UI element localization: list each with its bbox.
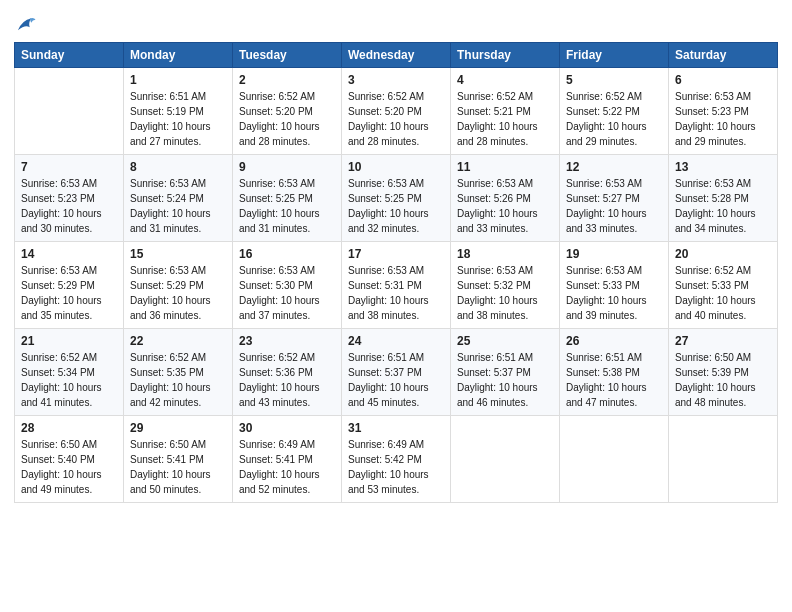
day-detail: Sunrise: 6:52 AM Sunset: 5:34 PM Dayligh…: [21, 350, 117, 410]
day-detail: Sunrise: 6:52 AM Sunset: 5:21 PM Dayligh…: [457, 89, 553, 149]
day-number: 13: [675, 160, 771, 174]
day-number: 31: [348, 421, 444, 435]
day-detail: Sunrise: 6:52 AM Sunset: 5:36 PM Dayligh…: [239, 350, 335, 410]
day-detail: Sunrise: 6:53 AM Sunset: 5:27 PM Dayligh…: [566, 176, 662, 236]
day-number: 30: [239, 421, 335, 435]
day-number: 18: [457, 247, 553, 261]
page-container: SundayMondayTuesdayWednesdayThursdayFrid…: [0, 0, 792, 513]
day-detail: Sunrise: 6:52 AM Sunset: 5:20 PM Dayligh…: [348, 89, 444, 149]
calendar-table: SundayMondayTuesdayWednesdayThursdayFrid…: [14, 42, 778, 503]
logo-bird-icon: [15, 14, 37, 36]
calendar-cell: 12Sunrise: 6:53 AM Sunset: 5:27 PM Dayli…: [560, 155, 669, 242]
day-number: 8: [130, 160, 226, 174]
day-detail: Sunrise: 6:53 AM Sunset: 5:26 PM Dayligh…: [457, 176, 553, 236]
day-number: 22: [130, 334, 226, 348]
day-number: 2: [239, 73, 335, 87]
calendar-cell: 2Sunrise: 6:52 AM Sunset: 5:20 PM Daylig…: [233, 68, 342, 155]
day-detail: Sunrise: 6:53 AM Sunset: 5:32 PM Dayligh…: [457, 263, 553, 323]
day-number: 11: [457, 160, 553, 174]
calendar-cell: 22Sunrise: 6:52 AM Sunset: 5:35 PM Dayli…: [124, 329, 233, 416]
day-detail: Sunrise: 6:50 AM Sunset: 5:41 PM Dayligh…: [130, 437, 226, 497]
day-number: 3: [348, 73, 444, 87]
day-detail: Sunrise: 6:52 AM Sunset: 5:20 PM Dayligh…: [239, 89, 335, 149]
day-number: 19: [566, 247, 662, 261]
day-number: 29: [130, 421, 226, 435]
calendar-body: 1Sunrise: 6:51 AM Sunset: 5:19 PM Daylig…: [15, 68, 778, 503]
day-detail: Sunrise: 6:53 AM Sunset: 5:23 PM Dayligh…: [675, 89, 771, 149]
day-number: 14: [21, 247, 117, 261]
day-detail: Sunrise: 6:53 AM Sunset: 5:24 PM Dayligh…: [130, 176, 226, 236]
week-row-4: 21Sunrise: 6:52 AM Sunset: 5:34 PM Dayli…: [15, 329, 778, 416]
day-number: 20: [675, 247, 771, 261]
day-detail: Sunrise: 6:52 AM Sunset: 5:35 PM Dayligh…: [130, 350, 226, 410]
day-detail: Sunrise: 6:52 AM Sunset: 5:22 PM Dayligh…: [566, 89, 662, 149]
calendar-cell: 13Sunrise: 6:53 AM Sunset: 5:28 PM Dayli…: [669, 155, 778, 242]
header-day-friday: Friday: [560, 43, 669, 68]
calendar-cell: 27Sunrise: 6:50 AM Sunset: 5:39 PM Dayli…: [669, 329, 778, 416]
calendar-cell: 29Sunrise: 6:50 AM Sunset: 5:41 PM Dayli…: [124, 416, 233, 503]
day-detail: Sunrise: 6:49 AM Sunset: 5:41 PM Dayligh…: [239, 437, 335, 497]
day-detail: Sunrise: 6:53 AM Sunset: 5:25 PM Dayligh…: [348, 176, 444, 236]
calendar-cell: 1Sunrise: 6:51 AM Sunset: 5:19 PM Daylig…: [124, 68, 233, 155]
calendar-cell: 18Sunrise: 6:53 AM Sunset: 5:32 PM Dayli…: [451, 242, 560, 329]
calendar-cell: [669, 416, 778, 503]
calendar-cell: 25Sunrise: 6:51 AM Sunset: 5:37 PM Dayli…: [451, 329, 560, 416]
calendar-cell: 11Sunrise: 6:53 AM Sunset: 5:26 PM Dayli…: [451, 155, 560, 242]
week-row-5: 28Sunrise: 6:50 AM Sunset: 5:40 PM Dayli…: [15, 416, 778, 503]
day-number: 23: [239, 334, 335, 348]
calendar-cell: [451, 416, 560, 503]
day-detail: Sunrise: 6:53 AM Sunset: 5:31 PM Dayligh…: [348, 263, 444, 323]
day-number: 4: [457, 73, 553, 87]
week-row-1: 1Sunrise: 6:51 AM Sunset: 5:19 PM Daylig…: [15, 68, 778, 155]
calendar-cell: 28Sunrise: 6:50 AM Sunset: 5:40 PM Dayli…: [15, 416, 124, 503]
day-number: 12: [566, 160, 662, 174]
day-detail: Sunrise: 6:51 AM Sunset: 5:37 PM Dayligh…: [348, 350, 444, 410]
day-number: 27: [675, 334, 771, 348]
calendar-cell: 31Sunrise: 6:49 AM Sunset: 5:42 PM Dayli…: [342, 416, 451, 503]
day-number: 9: [239, 160, 335, 174]
calendar-cell: 16Sunrise: 6:53 AM Sunset: 5:30 PM Dayli…: [233, 242, 342, 329]
day-detail: Sunrise: 6:51 AM Sunset: 5:37 PM Dayligh…: [457, 350, 553, 410]
day-detail: Sunrise: 6:53 AM Sunset: 5:25 PM Dayligh…: [239, 176, 335, 236]
calendar-cell: 30Sunrise: 6:49 AM Sunset: 5:41 PM Dayli…: [233, 416, 342, 503]
calendar-cell: 19Sunrise: 6:53 AM Sunset: 5:33 PM Dayli…: [560, 242, 669, 329]
day-detail: Sunrise: 6:53 AM Sunset: 5:30 PM Dayligh…: [239, 263, 335, 323]
header: [14, 10, 778, 36]
calendar-cell: 20Sunrise: 6:52 AM Sunset: 5:33 PM Dayli…: [669, 242, 778, 329]
calendar-cell: [15, 68, 124, 155]
day-number: 5: [566, 73, 662, 87]
header-day-monday: Monday: [124, 43, 233, 68]
day-number: 15: [130, 247, 226, 261]
header-day-saturday: Saturday: [669, 43, 778, 68]
day-number: 7: [21, 160, 117, 174]
calendar-cell: 14Sunrise: 6:53 AM Sunset: 5:29 PM Dayli…: [15, 242, 124, 329]
day-detail: Sunrise: 6:51 AM Sunset: 5:19 PM Dayligh…: [130, 89, 226, 149]
day-detail: Sunrise: 6:53 AM Sunset: 5:23 PM Dayligh…: [21, 176, 117, 236]
day-number: 16: [239, 247, 335, 261]
calendar-cell: [560, 416, 669, 503]
calendar-header-row: SundayMondayTuesdayWednesdayThursdayFrid…: [15, 43, 778, 68]
day-number: 28: [21, 421, 117, 435]
calendar-cell: 24Sunrise: 6:51 AM Sunset: 5:37 PM Dayli…: [342, 329, 451, 416]
week-row-2: 7Sunrise: 6:53 AM Sunset: 5:23 PM Daylig…: [15, 155, 778, 242]
day-number: 1: [130, 73, 226, 87]
week-row-3: 14Sunrise: 6:53 AM Sunset: 5:29 PM Dayli…: [15, 242, 778, 329]
calendar-cell: 3Sunrise: 6:52 AM Sunset: 5:20 PM Daylig…: [342, 68, 451, 155]
day-number: 26: [566, 334, 662, 348]
day-number: 21: [21, 334, 117, 348]
calendar-cell: 4Sunrise: 6:52 AM Sunset: 5:21 PM Daylig…: [451, 68, 560, 155]
calendar-cell: 5Sunrise: 6:52 AM Sunset: 5:22 PM Daylig…: [560, 68, 669, 155]
day-number: 17: [348, 247, 444, 261]
day-number: 25: [457, 334, 553, 348]
day-detail: Sunrise: 6:50 AM Sunset: 5:39 PM Dayligh…: [675, 350, 771, 410]
calendar-cell: 17Sunrise: 6:53 AM Sunset: 5:31 PM Dayli…: [342, 242, 451, 329]
day-detail: Sunrise: 6:53 AM Sunset: 5:28 PM Dayligh…: [675, 176, 771, 236]
header-day-tuesday: Tuesday: [233, 43, 342, 68]
day-detail: Sunrise: 6:53 AM Sunset: 5:33 PM Dayligh…: [566, 263, 662, 323]
day-number: 6: [675, 73, 771, 87]
calendar-cell: 7Sunrise: 6:53 AM Sunset: 5:23 PM Daylig…: [15, 155, 124, 242]
logo: [14, 14, 37, 36]
header-day-thursday: Thursday: [451, 43, 560, 68]
day-detail: Sunrise: 6:49 AM Sunset: 5:42 PM Dayligh…: [348, 437, 444, 497]
day-number: 24: [348, 334, 444, 348]
